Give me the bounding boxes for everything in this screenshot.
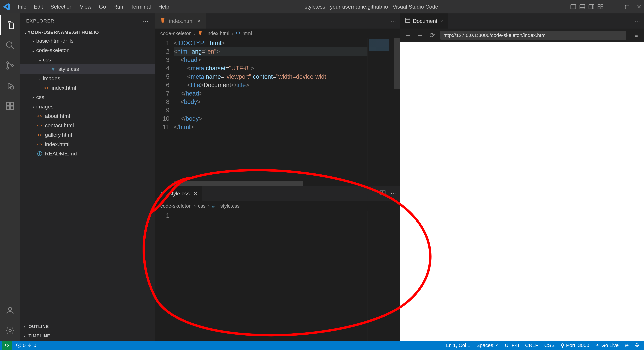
reload-icon[interactable]: ⟳ (428, 32, 436, 39)
outline-section[interactable]: ›OUTLINE (20, 322, 155, 331)
folder-item[interactable]: ⌄css (20, 55, 155, 64)
tab-close-icon[interactable]: × (440, 18, 443, 24)
breadcrumb-seg[interactable]: style.css (220, 203, 240, 209)
preview-frame[interactable] (400, 42, 644, 340)
menu-selection[interactable]: Selection (47, 3, 76, 11)
explorer-root-label: YOUR-USERNAME.GITHUB.IO (28, 30, 99, 35)
tab-close-icon[interactable]: × (198, 18, 201, 25)
toggle-secondary-sidebar-icon[interactable] (588, 3, 595, 10)
file-item[interactable]: <>index.html (20, 83, 155, 93)
file-item[interactable]: iREADME.md (20, 149, 155, 158)
file-item[interactable]: <>contact.html (20, 121, 155, 130)
explorer-root[interactable]: ⌄ YOUR-USERNAME.GITHUB.IO (20, 29, 155, 36)
window-maximize-icon[interactable]: ▢ (624, 3, 630, 10)
folder-item[interactable]: ›basic-html-drills (20, 36, 155, 46)
timeline-section[interactable]: ›TIMELINE (20, 331, 155, 340)
tab-close-icon[interactable]: × (194, 190, 197, 197)
window-close-icon[interactable]: ✕ (636, 3, 642, 10)
breadcrumb-seg[interactable]: code-skeleton (160, 203, 192, 209)
remote-button[interactable] (2, 340, 12, 350)
menu-run[interactable]: Run (110, 3, 127, 11)
activity-source-control-icon[interactable] (0, 55, 20, 76)
svg-rect-34 (406, 18, 410, 23)
window-minimize-icon[interactable]: ─ (612, 3, 619, 10)
url-bar[interactable]: http://127.0.0.1:3000/code-skeleton/inde… (440, 31, 626, 40)
eol-button[interactable]: CRLF (522, 340, 541, 350)
menu-file[interactable]: File (14, 3, 30, 11)
split-editor-icon[interactable] (380, 190, 386, 197)
svg-point-10 (6, 42, 12, 47)
folder-item[interactable]: ›images (20, 102, 155, 111)
feedback-button[interactable]: ⊕ (622, 340, 632, 350)
indentation-button[interactable]: Spaces: 4 (474, 340, 502, 350)
editor-more-icon[interactable]: ⋯ (390, 18, 396, 24)
chevron-right-icon: › (37, 75, 43, 82)
menu-edit[interactable]: Edit (30, 3, 47, 11)
preview-menu-icon[interactable]: ≡ (632, 32, 640, 39)
sidebar-more-icon[interactable]: ⋯ (142, 17, 149, 25)
port-button[interactable]: ⚲Port: 3000 (558, 340, 592, 350)
folder-item[interactable]: ⌄code-skeleton (20, 46, 155, 55)
breadcrumb-seg[interactable]: css (198, 203, 206, 209)
tree-item-label: README.md (45, 151, 77, 157)
activity-explorer-icon[interactable] (0, 15, 20, 35)
code-area[interactable]: <!DOCTYPE html><html lang="en"> <head> <… (174, 38, 368, 181)
html-file-icon (160, 18, 166, 24)
code-area[interactable] (174, 211, 368, 340)
editor-more-icon[interactable]: ⋯ (634, 18, 640, 24)
activity-accounts-icon[interactable] (0, 300, 20, 320)
problems-button[interactable]: ⓧ0 ⚠0 (13, 340, 39, 350)
preview-toolbar: ← → ⟳ http://127.0.0.1:3000/code-skeleto… (400, 29, 644, 42)
preview-tab-label: Document (413, 18, 438, 24)
breadcrumb-seg[interactable]: code-skeleton (160, 31, 192, 36)
folder-item[interactable]: ›css (20, 93, 155, 102)
svg-text:<>: <> (37, 142, 42, 147)
cursor-position[interactable]: Ln 1, Col 1 (443, 340, 474, 350)
scrollbar-vertical[interactable] (394, 38, 400, 181)
menu-terminal[interactable]: Terminal (127, 3, 155, 11)
editor-more-icon[interactable]: ⋯ (390, 190, 396, 197)
toggle-panel-icon[interactable] (579, 3, 586, 10)
nav-forward-icon[interactable]: → (416, 32, 424, 39)
nav-back-icon[interactable]: ← (404, 32, 412, 39)
notifications-button[interactable] (632, 340, 642, 350)
file-item[interactable]: <>gallery.html (20, 130, 155, 140)
go-live-button[interactable]: Go Live (592, 340, 622, 350)
menu-help[interactable]: Help (154, 3, 173, 11)
svg-rect-17 (6, 102, 10, 105)
folder-item[interactable]: ›images (20, 74, 155, 83)
toggle-primary-sidebar-icon[interactable] (570, 3, 576, 10)
svg-rect-8 (598, 7, 600, 9)
language-mode-button[interactable]: CSS (541, 340, 558, 350)
activity-extensions-icon[interactable] (0, 96, 20, 116)
svg-rect-6 (598, 5, 600, 6)
menu-view[interactable]: View (76, 3, 95, 11)
preview-tab[interactable]: Document × (400, 14, 448, 29)
tab-index-html[interactable]: index.html × (155, 14, 206, 29)
file-item[interactable]: <>about.html (20, 111, 155, 121)
tree-item-label: css (36, 94, 44, 100)
breadcrumb[interactable]: code-skeleton› css› # style.css (155, 201, 400, 211)
editor-top[interactable]: 1234567891011 <!DOCTYPE html><html lang=… (155, 38, 400, 181)
breadcrumb-seg[interactable]: html (242, 31, 252, 36)
tab-style-css[interactable]: # style.css × (155, 186, 202, 201)
breadcrumb[interactable]: code-skeleton› index.html› html (155, 29, 400, 38)
scrollbar-horizontal[interactable] (155, 181, 400, 186)
file-item[interactable]: <>index.html (20, 140, 155, 149)
activity-search-icon[interactable] (0, 35, 20, 55)
file-item[interactable]: #style.css (20, 64, 155, 74)
menu-go[interactable]: Go (95, 3, 110, 11)
customize-layout-icon[interactable] (597, 3, 604, 10)
preview-icon (405, 18, 410, 24)
svg-rect-2 (580, 5, 585, 9)
tab-label: style.css (169, 191, 190, 197)
svg-point-13 (7, 67, 9, 69)
activity-settings-icon[interactable] (0, 320, 20, 340)
breadcrumb-seg[interactable]: index.html (206, 31, 230, 36)
scrollbar-vertical[interactable] (394, 211, 400, 340)
activity-run-debug-icon[interactable] (0, 76, 20, 96)
encoding-button[interactable]: UTF-8 (502, 340, 522, 350)
minimap[interactable] (368, 211, 394, 340)
minimap[interactable] (368, 38, 394, 181)
editor-bottom[interactable]: 1 (155, 211, 400, 340)
